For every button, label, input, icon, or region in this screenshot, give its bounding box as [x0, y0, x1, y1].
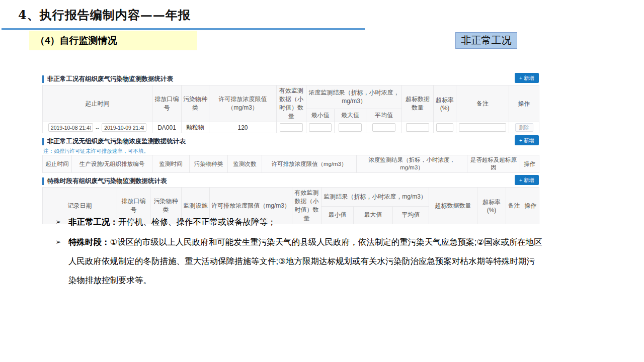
table3-title: 特殊时段有组织废气污染物监测数据统计表	[42, 177, 167, 185]
cell-min	[306, 122, 335, 133]
arrow-bullet-icon: ➢	[55, 212, 61, 231]
cell-avg	[366, 122, 402, 133]
table1: 起止时间 排放口编号 污染物种类 许可排放浓度限值（mg/m3） 有效监测数据（…	[42, 85, 539, 133]
col-permit-limit: 许可排放浓度限值（mg/m3）	[262, 155, 357, 173]
cell-outlet-code: DA001	[152, 122, 182, 133]
arrow-bullet-icon: ➢	[55, 232, 61, 251]
table-row: -- DA001 颗粒物 120 删除	[43, 122, 539, 133]
list-item: ➢非正常工况：开停机、检修、操作不正常或设备故障等；	[55, 212, 542, 231]
table3-add-button[interactable]: + 新增	[515, 175, 539, 185]
cell-time-range: --	[43, 122, 152, 133]
notes-list: ➢非正常工况：开停机、检修、操作不正常或设备故障等； ➢特殊时段：①设区的市级以…	[55, 212, 542, 291]
bullet2-text: ①设区的市级以上人民政府和可能发生重污染天气的县级人民政府，依法制定的重污染天气…	[68, 237, 542, 285]
col-pollutant-type: 污染物种类	[190, 155, 228, 173]
remark-input[interactable]	[459, 123, 506, 132]
table2-note: 注：如排污许可证未许可排放速率，可不填。	[43, 148, 539, 154]
cell-max	[335, 122, 366, 133]
col-result: 浓度监测结果（折标，小时浓度，mg/m3）	[357, 155, 467, 173]
table2-section-header: 非正常工况无组织废气污染物浓度监测数据统计表 + 新增	[42, 136, 539, 147]
list-item: ➢特殊时段：①设区的市级以上人民政府和可能发生重污染天气的县级人民政府，依法制定…	[55, 232, 542, 290]
cell-valid-count	[277, 122, 306, 133]
delete-button[interactable]: 删除	[515, 123, 533, 132]
table2-title: 非正常工况无组织废气污染物浓度监测数据统计表	[42, 138, 186, 145]
col-result-group: 监测结果（折标，小时浓度，mg/m3）	[321, 188, 429, 207]
title-underline	[2, 28, 365, 30]
end-datetime-input[interactable]	[102, 123, 146, 132]
col-pollutant-type: 污染物种类	[182, 85, 209, 122]
col-exceed-rate: 超标率(%)	[434, 85, 456, 122]
table1-add-button[interactable]: + 新增	[515, 73, 539, 83]
col-time-range: 起止时间	[43, 155, 72, 173]
col-monitor-time: 监测时间	[152, 155, 190, 173]
bullet1-text: 开停机、检修、操作不正常或设备故障等；	[118, 217, 276, 226]
range-separator: --	[96, 125, 99, 131]
bullet2-label: 特殊时段：	[68, 237, 110, 246]
start-datetime-input[interactable]	[48, 123, 93, 132]
col-facility: 生产设施/无组织排放编号	[72, 155, 152, 173]
col-action: 操作	[509, 85, 539, 122]
max-value-input[interactable]	[339, 123, 362, 132]
table1-section-header: 非正常工况有组织废气污染物监测数据统计表 + 新增	[42, 74, 539, 85]
cell-action: 删除	[509, 122, 539, 133]
cell-exceed-rate	[434, 122, 456, 133]
avg-value-input[interactable]	[372, 123, 395, 132]
cell-permit-limit: 120	[209, 122, 277, 133]
page-title: 4、执行报告编制内容——年报	[18, 7, 191, 23]
table2-add-button[interactable]: + 新增	[515, 135, 539, 145]
status-badge: 非正常工况	[455, 32, 517, 49]
exceed-rate-input[interactable]	[436, 123, 453, 132]
col-min: 最小值	[306, 109, 335, 122]
col-exceed-count: 超标数据数量	[402, 85, 434, 122]
col-result-group: 浓度监测结果（折标，小时浓度，mg/m3）	[306, 85, 402, 109]
cell-remark	[456, 122, 509, 133]
cell-exceed-count	[402, 122, 434, 133]
col-avg: 平均值	[366, 109, 402, 122]
col-max: 最大值	[335, 109, 366, 122]
exceed-count-input[interactable]	[406, 123, 429, 132]
col-exceed-reason: 是否超标及超标原因	[467, 155, 520, 173]
table1-title: 非正常工况有组织废气污染物监测数据统计表	[42, 75, 173, 83]
bullet1-label: 非正常工况：	[68, 217, 118, 226]
col-monitor-count: 监测次数	[228, 155, 262, 173]
col-valid-count: 有效监测数据（小时值）数量	[277, 85, 306, 122]
col-permit-limit: 许可排放浓度限值（mg/m3）	[209, 85, 277, 122]
col-remark: 备注	[456, 85, 509, 122]
col-outlet-code: 排放口编号	[152, 85, 182, 122]
min-value-input[interactable]	[309, 123, 331, 132]
tables-region: 非正常工况有组织废气污染物监测数据统计表 + 新增 起止时间 排放口编号 污染物…	[42, 72, 539, 224]
table2: 起止时间 生产设施/无组织排放编号 监测时间 污染物种类 监测次数 许可排放浓度…	[42, 155, 539, 173]
slide: 4、执行报告编制内容——年报 （4）自行监测情况 非正常工况 非正常工况有组织废…	[0, 0, 644, 362]
col-action: 操作	[520, 155, 539, 173]
section-label: （4）自行监测情况	[29, 31, 197, 50]
cell-pollutant-type: 颗粒物	[182, 122, 209, 133]
table3-section-header: 特殊时段有组织废气污染物监测数据统计表 + 新增	[42, 176, 539, 187]
col-time-range: 起止时间	[43, 85, 152, 122]
valid-count-input[interactable]	[280, 123, 303, 132]
